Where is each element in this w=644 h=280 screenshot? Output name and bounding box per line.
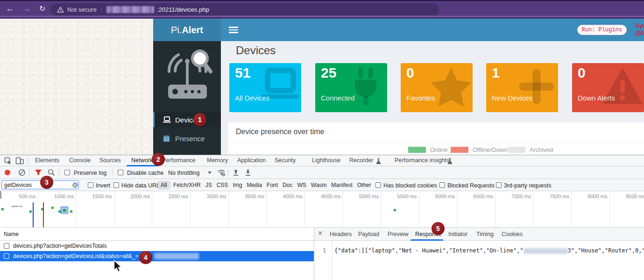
tab-elements[interactable]: Elements (35, 157, 59, 164)
request-row-get-devices-totals[interactable]: devices.php?action=getDevicesTotals (0, 241, 314, 251)
filter-type-item[interactable]: Manifest (331, 182, 352, 188)
back-icon[interactable]: ← (6, 4, 14, 14)
line-number: 1 (323, 247, 326, 254)
network-conditions-icon[interactable] (217, 169, 226, 176)
clear-filter-icon[interactable] (72, 182, 78, 188)
inspect-element-icon[interactable] (4, 157, 12, 165)
export-har-icon[interactable] (244, 169, 252, 176)
blocked-requests-checkbox[interactable] (439, 182, 445, 188)
hamburger-menu-icon[interactable] (229, 27, 238, 33)
close-icon[interactable]: × (318, 229, 322, 237)
disable-cache-label[interactable]: Disable cache (127, 170, 164, 176)
tab-performance-insights[interactable]: Performance insights (395, 157, 449, 164)
filter-type-item[interactable]: WS (297, 182, 306, 188)
network-filter-row: Invert Hide data URLs All Fetch/XHRJSCSS… (0, 179, 644, 191)
request-checkbox[interactable] (4, 243, 9, 249)
forward-icon[interactable]: → (22, 4, 31, 14)
card-all-devices[interactable]: 51 All Devices (229, 63, 301, 112)
reload-icon[interactable]: ↻ (39, 4, 45, 13)
tab-initiator[interactable]: Initiator (448, 231, 467, 237)
screen: ← → ↻ Not secure :20211/devices.php Pi.A… (0, 0, 644, 280)
third-party-label[interactable]: 3rd-party requests (504, 182, 551, 189)
request-list-header[interactable]: Name (0, 228, 314, 241)
legend-item-offline[interactable]: Offline/Down (451, 146, 507, 153)
blocked-requests-label[interactable]: Blocked Requests (447, 182, 495, 189)
tab-recorder[interactable]: Recorder (349, 157, 373, 164)
timeline-request-bar (19, 206, 22, 207)
request-checkbox[interactable] (4, 253, 9, 259)
tab-console[interactable]: Console (69, 157, 91, 164)
tab-sources[interactable]: Sources (99, 157, 121, 164)
name-column-header[interactable]: Name (4, 231, 19, 237)
timeline-tick-label: 2500 ms (169, 194, 188, 199)
run-plugins-button[interactable]: Run: Plugins (577, 25, 627, 35)
has-blocked-cookies-checkbox[interactable] (375, 182, 381, 188)
tab-timing[interactable]: Timing (476, 231, 494, 237)
filter-type-item[interactable]: Media (247, 182, 262, 188)
card-label: Connected (321, 94, 355, 102)
filter-type-item[interactable]: Fetch/XHR (173, 182, 201, 188)
preserve-log-label[interactable]: Preserve log (74, 170, 106, 176)
request-name: devices.php?action=getDevicesTotals (13, 243, 106, 249)
annotation-step-2: 2 (152, 153, 165, 166)
filter-type-all[interactable]: All (158, 181, 170, 189)
sidebar-item-presence[interactable]: Presence (153, 131, 221, 146)
card-new-devices[interactable]: 1 New Devices (486, 63, 558, 112)
hide-data-urls-checkbox[interactable] (113, 182, 119, 188)
tab-cookies[interactable]: Cookies (502, 231, 523, 237)
filter-type-item[interactable]: Img (233, 182, 242, 188)
address-bar[interactable]: Not secure :20211/devices.php (50, 3, 439, 15)
record-button[interactable] (5, 170, 10, 175)
legend-item-online[interactable]: Online (408, 146, 448, 153)
disable-cache-checkbox[interactable] (118, 170, 123, 175)
timeline-request-bar (11, 206, 18, 207)
filter-type-item[interactable]: JS (205, 182, 212, 188)
hide-data-urls-label[interactable]: Hide data URLs (121, 182, 163, 189)
sidebar-item-devices[interactable]: Devices (153, 112, 221, 127)
third-party-checkbox[interactable] (496, 182, 502, 188)
laptop-icon (163, 116, 171, 123)
tab-lighthouse[interactable]: Lighthouse (312, 157, 340, 164)
filter-type-item[interactable]: Doc (283, 182, 292, 188)
clear-icon[interactable] (18, 169, 26, 176)
tab-preview[interactable]: Preview (388, 231, 408, 237)
timeline-tick-label: 8000 ms (587, 194, 607, 199)
tab-performance[interactable]: Performance (162, 157, 196, 164)
tab-network[interactable]: Network (131, 157, 153, 164)
timeline-handle[interactable] (0, 191, 1, 199)
filter-type-item[interactable]: Other (357, 182, 371, 188)
tab-application[interactable]: Application (237, 157, 266, 164)
has-blocked-cookies-label[interactable]: Has blocked cookies (383, 182, 437, 189)
request-row-get-devices-list[interactable]: devices.php?action=getDevicesList&status… (0, 251, 314, 261)
timeline-tick-label: 1500 ms (92, 194, 112, 199)
browser-viewport: Pi.Alert Run: Plugins Sym (28, (0, 19, 644, 155)
filter-type-item[interactable]: Font (267, 182, 278, 188)
dom-content-loaded-line (33, 202, 34, 227)
throttling-select[interactable]: No throttling (168, 170, 199, 176)
tab-memory[interactable]: Memory (207, 157, 228, 164)
annotation-step-1: 1 (193, 113, 206, 126)
card-favorites[interactable]: 0 Favorites (401, 63, 473, 112)
timeline-selected-request (61, 207, 68, 214)
card-label: Down Alerts (578, 94, 615, 102)
filter-type-item[interactable]: CSS (217, 182, 228, 188)
filter-type-item[interactable]: Wasm (311, 182, 327, 188)
import-har-icon[interactable] (232, 169, 240, 176)
tab-headers[interactable]: Headers (330, 231, 352, 237)
legend-item-archived[interactable]: Archived (508, 146, 553, 153)
preserve-log-checkbox[interactable] (64, 170, 70, 175)
app-logo[interactable]: Pi.Alert (153, 19, 221, 41)
tab-security[interactable]: Security (275, 157, 296, 164)
card-connected[interactable]: 25 Connected (315, 63, 387, 112)
response-body-viewer[interactable]: 1 {"data":[["laptop","Net - Huawei","Int… (314, 241, 644, 280)
search-icon[interactable] (48, 169, 55, 176)
network-timeline-overview[interactable]: 500 ms1000 ms1500 ms2000 ms2500 ms3000 m… (0, 191, 644, 228)
card-value: 51 (235, 65, 250, 81)
card-down-alerts[interactable]: 0 Down Alerts (572, 63, 644, 112)
timeline-tick-label: 5000 ms (359, 194, 379, 199)
invert-checkbox[interactable] (88, 182, 93, 188)
device-toolbar-icon[interactable] (15, 157, 24, 165)
filter-icon[interactable] (35, 169, 42, 176)
tab-payload[interactable]: Payload (358, 231, 379, 237)
invert-label[interactable]: Invert (96, 182, 110, 189)
